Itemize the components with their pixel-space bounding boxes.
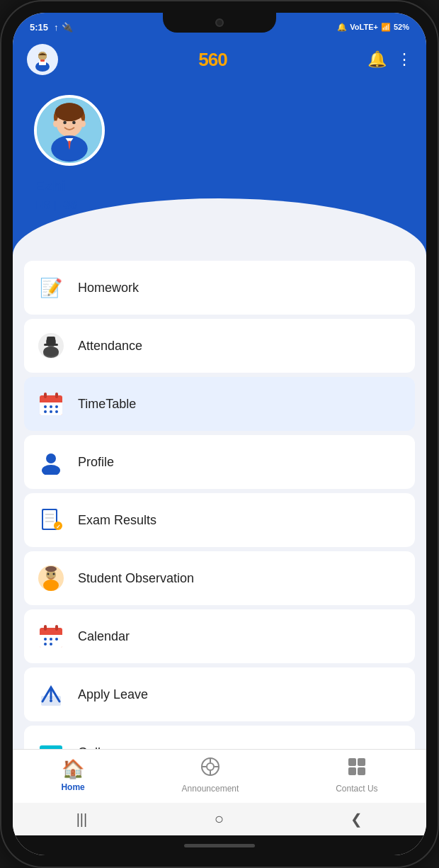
more-options-icon[interactable]: ⋮	[397, 50, 412, 69]
svg-point-60	[50, 643, 52, 646]
status-time: 5:15 ↑ 🔌	[30, 22, 73, 33]
homework-label: Homework	[78, 281, 139, 295]
announcement-icon	[200, 757, 220, 782]
contact-us-icon	[347, 757, 367, 782]
svg-point-35	[55, 410, 58, 413]
svg-point-16	[81, 120, 86, 127]
app-logo: 560	[198, 49, 227, 71]
profile-avatar[interactable]	[34, 95, 105, 166]
back-button[interactable]: ❮	[350, 811, 363, 828]
svg-point-9	[55, 103, 84, 121]
home-bar	[184, 844, 255, 847]
menu-item-attendance[interactable]: Attendance	[24, 319, 415, 373]
svg-point-57	[50, 638, 52, 641]
camera	[215, 18, 224, 27]
attendance-icon	[35, 330, 67, 361]
svg-point-37	[42, 465, 60, 475]
timetable-label: TimeTable	[78, 397, 136, 412]
calendar-icon	[35, 621, 67, 652]
menu-item-exam-results[interactable]: ✓ Exam Results	[24, 493, 415, 547]
svg-rect-24	[47, 337, 55, 344]
phone-frame: 5:15 ↑ 🔌 🔔 VoLTE+ 📶 52%	[0, 0, 439, 868]
menu-item-timetable[interactable]: TimeTable	[24, 377, 415, 431]
menu-item-profile[interactable]: Profile	[24, 435, 415, 489]
notification-icon[interactable]: 🔔	[367, 50, 387, 69]
bottom-nav: 🏠 Home Announcement	[13, 749, 426, 803]
svg-point-11	[72, 121, 76, 125]
svg-rect-55	[55, 625, 58, 631]
phone-screen: 5:15 ↑ 🔌 🔔 VoLTE+ 📶 52%	[13, 13, 426, 855]
svg-point-4	[38, 52, 47, 60]
nav-home[interactable]: 🏠 Home	[50, 754, 96, 796]
app-header: 560 🔔 ⋮	[13, 38, 426, 81]
svg-rect-75	[348, 758, 356, 766]
student-observation-label: Student Observation	[78, 571, 194, 586]
profile-label: Profile	[78, 455, 114, 470]
nav-announcement[interactable]: Announcement	[171, 753, 251, 798]
student-observation-icon	[35, 563, 67, 594]
svg-point-49	[53, 573, 55, 575]
svg-point-15	[53, 120, 58, 127]
header-avatar[interactable]	[27, 44, 58, 75]
exam-results-label: Exam Results	[78, 513, 156, 528]
recents-button[interactable]: |||	[76, 811, 88, 828]
svg-point-48	[47, 573, 50, 575]
android-nav-bar: ||| ○ ❮	[13, 803, 426, 835]
svg-point-59	[44, 643, 47, 646]
svg-point-56	[44, 638, 47, 641]
menu-list: 📝 Homework	[13, 255, 426, 749]
header-actions: 🔔 ⋮	[367, 50, 412, 69]
profile-info: Ezhil I-B | -36	[13, 81, 426, 213]
homework-icon: 📝	[35, 272, 67, 303]
svg-rect-53	[40, 631, 62, 635]
svg-rect-28	[44, 393, 47, 398]
svg-point-22	[43, 346, 59, 356]
svg-point-34	[50, 410, 52, 413]
svg-rect-78	[358, 767, 365, 775]
svg-rect-77	[348, 767, 356, 775]
svg-rect-76	[358, 758, 365, 766]
svg-text:✓: ✓	[56, 524, 61, 530]
timetable-icon	[35, 388, 67, 419]
attendance-label: Attendance	[78, 339, 142, 354]
nav-contact-us[interactable]: Contact Us	[324, 753, 389, 798]
svg-point-47	[43, 580, 59, 591]
svg-point-70	[207, 763, 214, 770]
home-indicator	[13, 835, 426, 855]
menu-item-apply-leave[interactable]: Apply Leave	[24, 667, 415, 721]
exam-results-icon: ✓	[35, 505, 67, 536]
svg-point-58	[55, 638, 58, 641]
svg-rect-5	[40, 60, 45, 62]
menu-item-homework[interactable]: 📝 Homework	[24, 261, 415, 315]
svg-point-63	[50, 699, 52, 702]
profile-icon	[35, 446, 67, 478]
user-name: Ezhil	[34, 177, 405, 196]
status-icons: 🔔 VoLTE+ 📶 52%	[337, 23, 409, 32]
notch	[163, 13, 276, 33]
svg-rect-54	[44, 625, 47, 631]
profile-header: Ezhil I-B | -36	[13, 81, 426, 255]
user-class: I-B | -36	[34, 198, 405, 213]
apply-leave-label: Apply Leave	[78, 687, 148, 702]
announcement-label: Announcement	[182, 784, 239, 794]
menu-item-gallery[interactable]: Gallery	[24, 726, 415, 749]
menu-item-student-observation[interactable]: Student Observation	[24, 551, 415, 605]
gallery-icon	[35, 737, 67, 749]
svg-point-50	[45, 566, 57, 572]
svg-point-10	[63, 121, 67, 125]
svg-point-36	[46, 453, 56, 463]
svg-point-30	[44, 405, 47, 408]
menu-item-calendar[interactable]: Calendar	[24, 609, 415, 663]
svg-point-32	[55, 405, 58, 408]
apply-leave-icon	[35, 679, 67, 710]
svg-point-33	[44, 410, 47, 413]
contact-us-label: Contact Us	[336, 784, 377, 794]
svg-rect-29	[55, 393, 58, 398]
svg-point-31	[50, 405, 52, 408]
calendar-label: Calendar	[78, 629, 130, 644]
svg-rect-27	[40, 398, 62, 402]
home-label: Home	[61, 782, 84, 792]
home-icon: 🏠	[62, 758, 84, 780]
home-button[interactable]: ○	[215, 810, 224, 828]
